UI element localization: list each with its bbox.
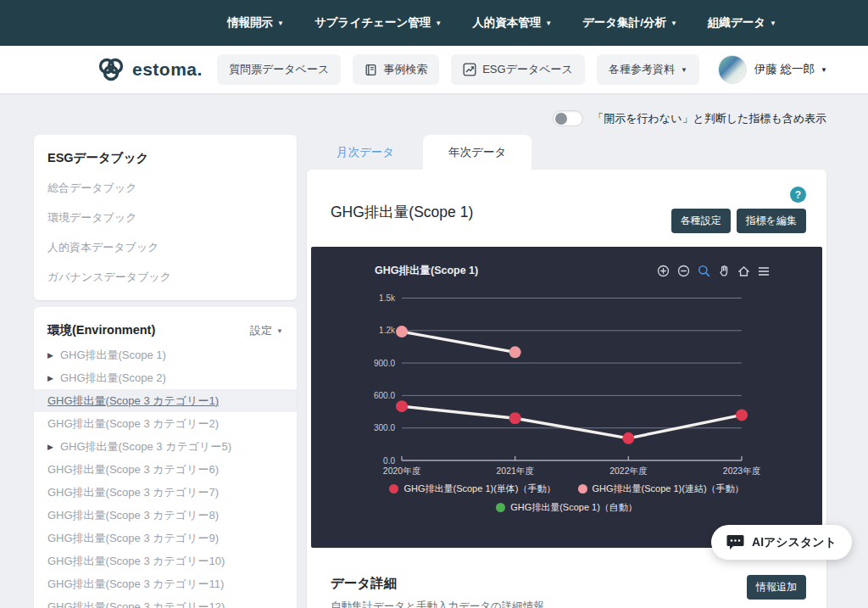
disclosure-toggle-label: 「開示を行わない」と判断した指標も含め表示 xyxy=(593,111,826,126)
chevron-down-icon: ▼ xyxy=(670,20,677,27)
sidebar-indicator-item[interactable]: GHG排出量(Scope 3 カテゴリー10) xyxy=(34,549,297,572)
environment-title: 環境(Environment) xyxy=(47,322,155,338)
title-actions: ? 各種設定 指標を編集 xyxy=(671,187,806,233)
ai-assistant-label: AIアシスタント xyxy=(752,535,837,550)
header-button[interactable]: 質問票データベース xyxy=(217,54,341,85)
svg-text:2020年度: 2020年度 xyxy=(383,466,421,476)
databook-links: 総合データブック環境データブック人的資本データブックガバナンスデータブック xyxy=(47,181,283,285)
nav-item[interactable]: サプライチェーン管理▼ xyxy=(314,15,442,31)
nav-item[interactable]: 情報開示▼ xyxy=(227,15,284,31)
svg-text:600.0: 600.0 xyxy=(374,391,395,400)
chevron-down-icon: ▼ xyxy=(821,67,827,74)
header-buttons: 質問票データベース事例検索ESGデータベース各種参考資料▼ xyxy=(217,54,711,85)
sidebar-indicator-item[interactable]: GHG排出量(Scope 3 カテゴリー12) xyxy=(34,595,297,608)
chart-legend-row2: GHG排出量(Scope 1)（自動） xyxy=(311,501,822,514)
legend-dot-icon xyxy=(578,484,587,494)
databook-link[interactable]: 環境データブック xyxy=(47,210,283,226)
chevron-down-icon: ▼ xyxy=(277,20,284,27)
databook-card: ESGデータブック 総合データブック環境データブック人的資本データブックガバナン… xyxy=(34,135,297,300)
sidebar-indicator-item[interactable]: GHG排出量(Scope 3 カテゴリー7) xyxy=(34,481,297,504)
chevron-down-icon: ▼ xyxy=(276,328,283,335)
databook-link[interactable]: 総合データブック xyxy=(47,181,283,196)
tab-bar: 月次データ年次データ xyxy=(307,135,826,170)
tab-annual-data[interactable]: 年次データ xyxy=(423,135,531,170)
databook-link[interactable]: 人的資本データブック xyxy=(47,240,283,255)
book-icon xyxy=(364,64,377,76)
sidebar: ESGデータブック 総合データブック環境データブック人的資本データブックガバナン… xyxy=(34,135,297,608)
estoma-logo-icon xyxy=(95,55,127,84)
legend-item[interactable]: GHG排出量(Scope 1)(連結)（手動） xyxy=(578,482,744,495)
user-name: 伊藤 総一郎 ▼ xyxy=(754,62,827,77)
nav-item[interactable]: データ集計/分析▼ xyxy=(582,15,677,31)
tab-monthly-data[interactable]: 月次データ xyxy=(335,135,396,170)
edit-indicator-button[interactable]: 指標を編集 xyxy=(737,209,806,233)
add-info-button[interactable]: 情報追加 xyxy=(747,575,806,600)
chevron-down-icon: ▼ xyxy=(545,20,552,27)
logo-text: estoma. xyxy=(132,59,203,80)
avatar[interactable] xyxy=(718,55,747,84)
sidebar-indicator-item[interactable]: ▶GHG排出量(Scope 3 カテゴリー5) xyxy=(34,435,297,458)
expand-arrow-icon[interactable]: ▶ xyxy=(47,443,53,451)
databook-title: ESGデータブック xyxy=(47,150,283,166)
environment-list: ▶GHG排出量(Scope 1)▶GHG排出量(Scope 2)GHG排出量(S… xyxy=(47,343,283,608)
legend-dot-icon xyxy=(389,484,398,494)
chevron-down-icon: ▼ xyxy=(770,20,776,27)
chart-legend-row1: GHG排出量(Scope 1)(単体)（手動）GHG排出量(Scope 1)(連… xyxy=(311,482,822,495)
svg-text:300.0: 300.0 xyxy=(374,423,395,432)
chat-icon xyxy=(726,534,744,550)
sidebar-indicator-item[interactable]: GHG排出量(Scope 3 カテゴリー6) xyxy=(34,458,297,481)
chevron-down-icon: ▼ xyxy=(681,67,687,74)
svg-text:1.2k: 1.2k xyxy=(379,326,396,335)
svg-text:900.0: 900.0 xyxy=(374,359,395,368)
nav-item[interactable]: 人的資本管理▼ xyxy=(472,15,552,31)
sidebar-indicator-item[interactable]: GHG排出量(Scope 3 カテゴリー1) xyxy=(34,389,297,412)
sidebar-indicator-item[interactable]: GHG排出量(Scope 3 カテゴリー11) xyxy=(34,572,297,595)
expand-arrow-icon[interactable]: ▶ xyxy=(47,374,53,382)
sidebar-indicator-item[interactable]: ▶GHG排出量(Scope 1) xyxy=(34,343,297,366)
page-title: GHG排出量(Scope 1) xyxy=(331,187,473,222)
svg-text:0.0: 0.0 xyxy=(383,456,395,466)
top-nav: 情報開示▼サプライチェーン管理▼人的資本管理▼データ集計/分析▼組織データ▼ xyxy=(0,0,868,46)
legend-item[interactable]: GHG排出量(Scope 1)（自動） xyxy=(496,501,637,514)
chevron-down-icon: ▼ xyxy=(435,20,442,27)
svg-text:1.5k: 1.5k xyxy=(379,293,396,303)
environment-settings-dropdown[interactable]: 設定 ▼ xyxy=(250,323,283,338)
header-button[interactable]: 各種参考資料▼ xyxy=(597,54,699,85)
estoma-logo: estoma. xyxy=(95,55,203,84)
disclosure-toggle[interactable] xyxy=(553,110,583,126)
legend-dot-icon xyxy=(496,503,505,512)
help-icon[interactable]: ? xyxy=(790,187,806,203)
toggle-knob xyxy=(555,113,567,125)
svg-text:2023年度: 2023年度 xyxy=(723,466,761,476)
ai-assistant-button[interactable]: AIアシスタント xyxy=(711,525,852,560)
sidebar-indicator-item[interactable]: GHG排出量(Scope 3 カテゴリー2) xyxy=(34,412,297,435)
nav-item[interactable]: 組織データ▼ xyxy=(708,15,776,31)
sidebar-indicator-item[interactable]: ▶GHG排出量(Scope 2) xyxy=(34,366,297,389)
environment-card: 環境(Environment) 設定 ▼ ▶GHG排出量(Scope 1)▶GH… xyxy=(34,307,297,608)
data-detail-subtitle: 自動集計データと手動入力データの詳細情報 xyxy=(331,600,544,608)
settings-button[interactable]: 各種設定 xyxy=(671,209,731,233)
expand-arrow-icon[interactable]: ▶ xyxy=(47,351,53,360)
svg-text:2022年度: 2022年度 xyxy=(609,466,648,476)
databook-link[interactable]: ガバナンスデータブック xyxy=(47,270,283,285)
app-header: estoma. 質問票データベース事例検索ESGデータベース各種参考資料▼ 伊藤… xyxy=(0,46,868,93)
sidebar-indicator-item[interactable]: GHG排出量(Scope 3 カテゴリー9) xyxy=(34,527,297,549)
legend-item[interactable]: GHG排出量(Scope 1)(単体)（手動） xyxy=(389,482,555,495)
ghg-chart: GHG排出量(Scope 1) 0.0300.0600.0900.01.2k1.… xyxy=(311,247,822,548)
header-button[interactable]: ESGデータベース xyxy=(451,54,585,85)
data-detail-title: データ詳細 xyxy=(331,575,544,593)
svg-text:2021年度: 2021年度 xyxy=(496,466,534,476)
display-toggle-row: 「開示を行わない」と判断した指標も含め表示 xyxy=(0,93,868,135)
user-menu[interactable]: 伊藤 総一郎 ▼ xyxy=(718,55,827,84)
header-button[interactable]: 事例検索 xyxy=(353,54,439,85)
line-chart-icon xyxy=(463,63,476,76)
sidebar-indicator-item[interactable]: GHG排出量(Scope 3 カテゴリー8) xyxy=(34,504,297,527)
